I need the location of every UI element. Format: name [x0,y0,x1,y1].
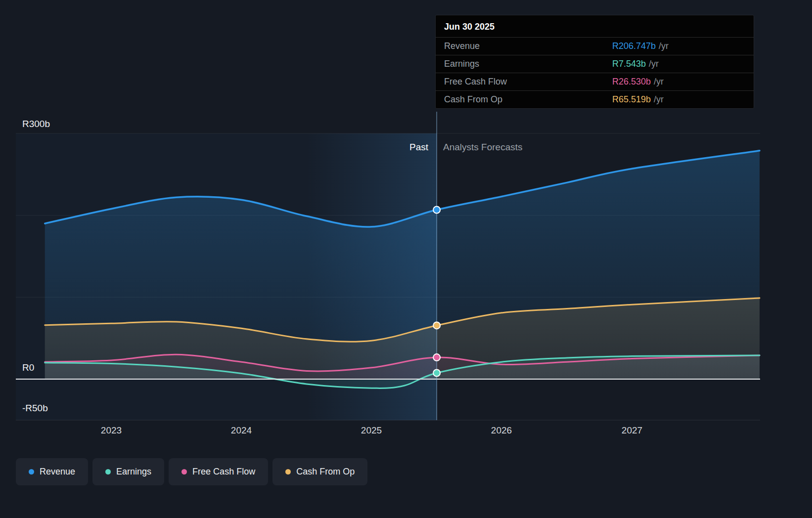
past-label: Past [280,142,428,153]
tooltip-row-free-cash-flow: Free Cash Flow R26.530b /yr [436,73,754,90]
x-axis-label-2024: 2024 [212,425,271,436]
legend-item-cash-from-op[interactable]: Cash From Op [272,458,367,485]
tooltip-suffix: /yr [654,94,664,105]
legend-item-free-cash-flow[interactable]: Free Cash Flow [169,458,268,485]
x-axis-label-2026: 2026 [472,425,531,436]
tooltip-value: R206.747b [612,41,656,51]
revenue-dot-icon [29,469,34,475]
marker-revenue[interactable] [433,206,440,213]
tooltip-row-revenue: Revenue R206.747b /yr [436,37,754,55]
tooltip-suffix: /yr [659,41,669,51]
tooltip-row-earnings: Earnings R7.543b /yr [436,55,754,73]
tooltip: Jun 30 2025 Revenue R206.747b /yr Earnin… [435,15,754,109]
earnings-dot-icon [105,469,111,475]
tooltip-date: Jun 30 2025 [436,15,754,37]
tooltip-label: Earnings [444,59,612,69]
x-axis-label-2023: 2023 [82,425,141,436]
forecast-label: Analysts Forecasts [443,142,523,153]
tooltip-row-cash-from-op: Cash From Op R65.519b /yr [436,90,754,108]
tooltip-suffix: /yr [649,59,659,69]
tooltip-value: R7.543b [612,59,646,69]
tooltip-label: Revenue [444,41,612,51]
y-axis-label-300b: R300b [22,119,50,130]
tooltip-suffix: /yr [654,77,664,87]
free-cash-flow-dot-icon [181,469,187,475]
legend-label: Revenue [40,467,75,477]
tooltip-label: Cash From Op [444,94,612,105]
x-axis-label-2027: 2027 [602,425,662,436]
legend-label: Cash From Op [296,467,355,477]
legend-label: Earnings [116,467,151,477]
legend-label: Free Cash Flow [192,467,255,477]
legend-item-revenue[interactable]: Revenue [16,458,88,485]
marker-free-cash-flow[interactable] [433,354,440,361]
cash-from-op-dot-icon [285,469,291,475]
marker-cash-from-op[interactable] [433,322,440,329]
x-axis-label-2025: 2025 [342,425,401,436]
legend-item-earnings[interactable]: Earnings [92,458,164,485]
y-axis-label-neg50b: -R50b [22,403,48,414]
marker-earnings[interactable] [433,370,440,377]
tooltip-value: R26.530b [612,77,651,87]
chart-panel: R300b R0 -R50b 2023 2024 2025 2026 2027 … [0,0,812,518]
tooltip-value: R65.519b [612,94,651,105]
tooltip-label: Free Cash Flow [444,77,612,87]
legend: Revenue Earnings Free Cash Flow Cash Fro… [16,458,367,485]
y-axis-label-0: R0 [22,362,34,373]
